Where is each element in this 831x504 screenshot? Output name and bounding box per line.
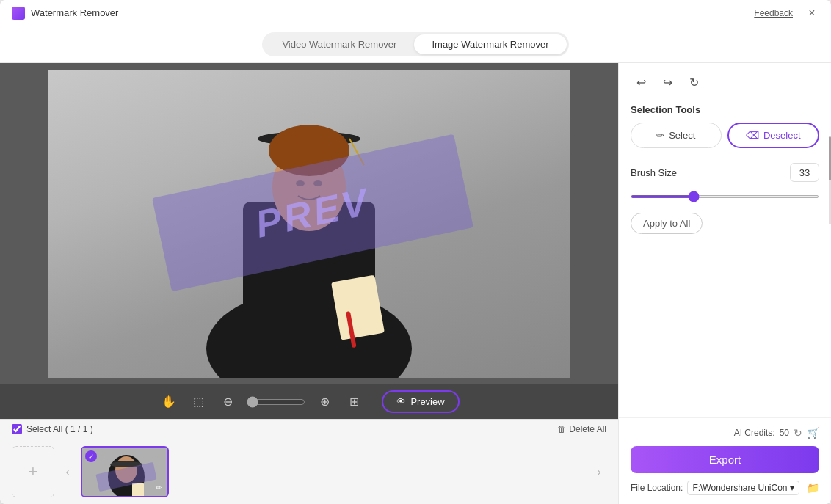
image-toolbar: ✋ ⬚ ⊖ ⊕ ⊞ 👁 Preview xyxy=(0,384,618,419)
ai-credits-value: 50 xyxy=(780,428,789,438)
ai-refresh-icon[interactable]: ↻ xyxy=(794,427,802,439)
app-window: Watermark Remover Feedback × Video Water… xyxy=(0,0,831,504)
pencil-icon: ✏ xyxy=(656,130,664,141)
reset-button[interactable]: ↻ xyxy=(683,72,704,92)
brush-size-slider[interactable] xyxy=(631,195,819,198)
select-label: Select xyxy=(669,130,695,141)
image-canvas: PREV xyxy=(0,63,618,384)
left-area: PREV ✋ ⬚ ⊖ ⊕ ⊞ 👁 Preview xyxy=(0,63,618,504)
title-bar-right: Feedback × xyxy=(754,6,819,21)
folder-icon[interactable]: 📁 xyxy=(807,482,819,494)
thumbnail-item[interactable]: ✓ ✏ xyxy=(81,446,169,497)
prev-thumbnail-button[interactable]: ‹ xyxy=(60,464,75,479)
select-all-label: Select All ( 1 / 1 ) xyxy=(26,424,93,434)
app-title: Watermark Remover xyxy=(31,7,118,18)
eraser-icon: ⌫ xyxy=(746,130,759,141)
selection-tools-row: ✏ Select ⌫ Deselect xyxy=(631,123,819,148)
watermark-text: PREV xyxy=(252,179,374,246)
crop-tool-button[interactable]: ⬚ xyxy=(188,392,208,412)
undo-redo-row: ↩ ↪ ↻ xyxy=(631,72,819,92)
hand-tool-button[interactable]: ✋ xyxy=(159,392,179,412)
filmstrip-header: Select All ( 1 / 1 ) 🗑 Delete All xyxy=(0,420,618,439)
selection-tools-label: Selection Tools xyxy=(631,104,819,115)
zoom-slider[interactable] xyxy=(247,396,305,408)
fit-page-button[interactable]: ⊞ xyxy=(344,392,364,412)
tab-bar: Video Watermark Remover Image Watermark … xyxy=(0,26,831,63)
thumbnail-edit-icon: ✏ xyxy=(153,481,164,493)
svg-rect-16 xyxy=(132,483,144,497)
next-thumbnail-button[interactable]: › xyxy=(592,464,606,479)
select-all-row: Select All ( 1 / 1 ) xyxy=(12,424,93,434)
preview-label: Preview xyxy=(410,396,444,407)
right-panel-inner: ↩ ↪ ↻ Selection Tools ✏ Select ⌫ Dese xyxy=(619,63,831,504)
file-path-text: F:\Wondershare UniCon xyxy=(692,483,787,493)
right-panel: ↩ ↪ ↻ Selection Tools ✏ Select ⌫ Dese xyxy=(618,63,831,504)
file-location-label: File Location: xyxy=(631,483,683,493)
zoom-slider-container xyxy=(247,396,305,408)
graduation-image: PREV xyxy=(48,70,570,378)
export-button[interactable]: Export xyxy=(631,446,819,473)
app-icon xyxy=(12,7,25,20)
undo-button[interactable]: ↩ xyxy=(631,72,651,92)
select-all-checkbox[interactable] xyxy=(12,424,22,434)
delete-all-label: Delete All xyxy=(569,424,606,434)
preview-button[interactable]: 👁 Preview xyxy=(382,390,459,413)
file-location-row: File Location: F:\Wondershare UniCon ▾ 📁 xyxy=(631,481,819,495)
thumbnail-strip: + ‹ xyxy=(0,439,618,504)
select-button[interactable]: ✏ Select xyxy=(631,123,722,148)
title-bar-left: Watermark Remover xyxy=(12,7,118,20)
main-content: PREV ✋ ⬚ ⊖ ⊕ ⊞ 👁 Preview xyxy=(0,63,831,504)
tab-image[interactable]: Image Watermark Remover xyxy=(414,34,566,54)
file-location-select[interactable]: F:\Wondershare UniCon ▾ xyxy=(687,481,799,495)
zoom-in-button[interactable]: ⊕ xyxy=(314,392,335,412)
thumbnail-check-icon: ✓ xyxy=(85,450,97,462)
tab-video[interactable]: Video Watermark Remover xyxy=(264,34,414,54)
deselect-label: Deselect xyxy=(763,130,801,141)
ai-credits-label: AI Credits: xyxy=(734,428,775,438)
apply-to-all-button[interactable]: Apply to All xyxy=(631,213,703,234)
eye-icon: 👁 xyxy=(396,396,406,407)
ai-credits-row: AI Credits: 50 ↻ 🛒 xyxy=(631,427,819,439)
brush-size-row: Brush Size 33 xyxy=(631,163,819,182)
filmstrip: Select All ( 1 / 1 ) 🗑 Delete All + ‹ xyxy=(0,419,618,504)
panel-tools: ↩ ↪ ↻ Selection Tools ✏ Select ⌫ Dese xyxy=(619,63,831,417)
title-bar: Watermark Remover Feedback × xyxy=(0,0,831,26)
ai-cart-icon[interactable]: 🛒 xyxy=(807,427,819,439)
delete-icon: 🗑 xyxy=(557,424,566,434)
feedback-link[interactable]: Feedback xyxy=(754,8,793,18)
zoom-out-button[interactable]: ⊖ xyxy=(217,392,238,412)
add-image-button[interactable]: + xyxy=(12,446,54,497)
delete-all-button[interactable]: 🗑 Delete All xyxy=(557,424,606,434)
panel-bottom: AI Credits: 50 ↻ 🛒 Export File Location:… xyxy=(619,417,831,504)
tab-container: Video Watermark Remover Image Watermark … xyxy=(262,32,568,56)
brush-size-value: 33 xyxy=(790,163,819,182)
chevron-down-icon: ▾ xyxy=(790,483,794,493)
deselect-button[interactable]: ⌫ Deselect xyxy=(727,123,820,148)
brush-size-label: Brush Size xyxy=(631,167,677,178)
close-button[interactable]: × xyxy=(805,6,819,21)
redo-button[interactable]: ↪ xyxy=(657,72,678,92)
